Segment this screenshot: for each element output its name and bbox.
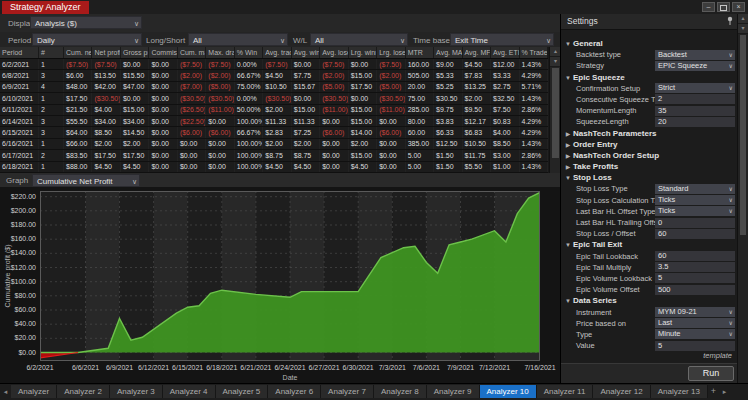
- tab-analyzer-12[interactable]: Analyzer 12: [593, 385, 650, 398]
- setting-input[interactable]: 500: [655, 285, 735, 295]
- tab-analyzer-9[interactable]: Analyzer 9: [427, 385, 480, 398]
- template-link[interactable]: template: [703, 351, 732, 360]
- settings-section[interactable]: ▶NashTech Order Setup: [563, 150, 737, 161]
- table-row[interactable]: 6/18/20211$88.00$4.50$4.50$0.00$0.00$0.0…: [0, 161, 548, 172]
- table-row[interactable]: 6/10/20211$17.50($30.50)$0.00$0.00($30.5…: [0, 93, 548, 104]
- settings-section[interactable]: ▶NashTech Parameters: [563, 128, 737, 139]
- setting-input[interactable]: 0: [655, 218, 735, 228]
- column-header[interactable]: Lrg. winn: [348, 47, 376, 59]
- table-cell: $0.00: [149, 115, 177, 126]
- table-cell: $15.00: [348, 104, 376, 115]
- table-row[interactable]: 6/11/20212$21.50$4.00$15.00$0.00($26.50)…: [0, 104, 548, 115]
- table-row[interactable]: 6/15/20213$64.00$8.50$14.50$0.00($6.00)(…: [0, 127, 548, 138]
- table-cell: 4.29%: [519, 115, 548, 126]
- setting-dropdown[interactable]: Backtest∨: [655, 50, 735, 60]
- longshort-dropdown[interactable]: All∨: [188, 33, 288, 46]
- tab-analyzer-11[interactable]: Analyzer 11: [537, 385, 594, 398]
- column-header[interactable]: Net profit: [92, 47, 120, 59]
- tab-analyzer-7[interactable]: Analyzer 7: [321, 385, 374, 398]
- table-cell: ($6.00): [206, 127, 234, 138]
- setting-input[interactable]: 20: [655, 117, 735, 127]
- tab-analyzer-4[interactable]: Analyzer 4: [163, 385, 216, 398]
- setting-dropdown[interactable]: Last∨: [655, 318, 735, 328]
- tab-analyzer[interactable]: Analyzer: [11, 385, 57, 398]
- tab-analyzer-8[interactable]: Analyzer 8: [374, 385, 427, 398]
- setting-dropdown[interactable]: EPIC Squeeze∨: [655, 61, 735, 71]
- settings-section[interactable]: ▼Data Series: [563, 295, 737, 306]
- table-row[interactable]: 6/9/20214$48.00$42.00$47.00$0.00($7.00)(…: [0, 81, 548, 92]
- scroll-up-icon[interactable]: ▴: [738, 14, 748, 24]
- settings-section[interactable]: ▼Epic Tail Exit: [563, 239, 737, 250]
- column-header[interactable]: Period: [0, 47, 39, 59]
- tab-scroll-left-icon[interactable]: ◂: [0, 385, 11, 398]
- setting-row: StrategyEPIC Squeeze∨: [563, 60, 737, 71]
- tab-analyzer-13[interactable]: Analyzer 13: [651, 385, 708, 398]
- tab-analyzer-3[interactable]: Analyzer 3: [110, 385, 163, 398]
- setting-dropdown[interactable]: Standard∨: [655, 184, 735, 194]
- column-header[interactable]: Avg. win: [291, 47, 319, 59]
- table-cell: 100.00%: [234, 161, 262, 172]
- y-tick-label: $40.00: [0, 320, 36, 327]
- column-header[interactable]: Lrg. lose: [377, 47, 405, 59]
- table-row[interactable]: 6/8/20213$6.00$13.50$15.50$0.00($2.00)($…: [0, 70, 548, 81]
- table-row[interactable]: 6/17/20212$83.50$17.50$17.50$0.00$0.00$0…: [0, 150, 548, 161]
- settings-section[interactable]: ▶Take Profits: [563, 161, 737, 172]
- settings-section[interactable]: ▼Stop Loss: [563, 172, 737, 183]
- setting-input[interactable]: 3.5: [655, 262, 735, 272]
- tab-analyzer-2[interactable]: Analyzer 2: [57, 385, 110, 398]
- chevron-down-icon: ∨: [134, 17, 139, 29]
- table-row[interactable]: 6/14/20213$55.50$34.00$34.00$0.00($22.50…: [0, 115, 548, 126]
- tab-analyzer-10[interactable]: Analyzer 10: [480, 385, 537, 398]
- column-header[interactable]: Cum. ma: [177, 47, 205, 59]
- scrollbar-thumb[interactable]: [552, 68, 559, 158]
- table-row[interactable]: 6/16/20211$66.00$2.00$2.00$0.00$0.00$0.0…: [0, 138, 548, 149]
- settings-scrollbar[interactable]: ▴ ▾: [737, 14, 748, 384]
- timebase-dropdown[interactable]: Exit Time∨: [450, 33, 554, 46]
- column-header[interactable]: % Trade: [519, 47, 548, 59]
- setting-dropdown[interactable]: Strict∨: [655, 83, 735, 93]
- setting-dropdown[interactable]: Ticks∨: [655, 195, 735, 205]
- chevron-down-icon: ∨: [280, 34, 285, 46]
- column-header[interactable]: Avg. MAI: [434, 47, 462, 59]
- column-header[interactable]: % Win: [234, 47, 262, 59]
- minimize-button[interactable]: –: [702, 2, 715, 12]
- display-dropdown[interactable]: Analysis ($)∨: [30, 16, 142, 29]
- graph-type-dropdown[interactable]: Cumulative Net Profit∨: [32, 174, 140, 187]
- setting-dropdown[interactable]: Ticks∨: [655, 206, 735, 216]
- setting-input[interactable]: 5: [655, 341, 735, 351]
- column-header[interactable]: Commiss: [149, 47, 177, 59]
- column-header[interactable]: MTR: [405, 47, 433, 59]
- scrollbar-thumb[interactable]: [740, 35, 746, 235]
- column-header[interactable]: Cum. ne: [64, 47, 92, 59]
- column-header[interactable]: Avg. MFI: [462, 47, 490, 59]
- settings-section[interactable]: ▶Order Entry: [563, 139, 737, 150]
- column-header[interactable]: Avg. lose: [320, 47, 348, 59]
- close-button[interactable]: ×: [732, 2, 745, 12]
- column-header[interactable]: Gross pr: [120, 47, 148, 59]
- column-header[interactable]: Avg. trad: [263, 47, 291, 59]
- setting-input[interactable]: 5: [655, 273, 735, 283]
- tab-analyzer-5[interactable]: Analyzer 5: [216, 385, 269, 398]
- window-title-tab[interactable]: Strategy Analyzer: [2, 1, 89, 14]
- table-row[interactable]: 6/2/20211($7.50)($7.50)$0.00$0.00($7.50)…: [0, 59, 548, 70]
- period-dropdown[interactable]: Daily∨: [32, 33, 142, 46]
- settings-section[interactable]: ▼General: [563, 38, 737, 49]
- setting-input[interactable]: 35: [655, 106, 735, 116]
- run-button[interactable]: Run: [688, 366, 734, 381]
- setting-input[interactable]: 60: [655, 251, 735, 261]
- settings-section[interactable]: ▼Epic Squeeze: [563, 72, 737, 83]
- column-header[interactable]: #: [39, 47, 64, 59]
- add-tab-icon[interactable]: +: [708, 385, 719, 398]
- setting-input[interactable]: 60: [655, 229, 735, 239]
- column-header[interactable]: Max. dra: [206, 47, 234, 59]
- tab-analyzer-6[interactable]: Analyzer 6: [268, 385, 321, 398]
- tab-scroll-right-icon[interactable]: ▸: [719, 385, 730, 398]
- scroll-down-icon[interactable]: ▾: [738, 24, 748, 34]
- pin-icon[interactable]: [726, 16, 734, 31]
- setting-input[interactable]: 2: [655, 94, 735, 104]
- wl-dropdown[interactable]: All∨: [310, 33, 408, 46]
- restore-button[interactable]: [717, 2, 730, 12]
- setting-dropdown[interactable]: Minute∨: [655, 329, 735, 339]
- column-header[interactable]: Avg. ETI: [491, 47, 519, 59]
- setting-dropdown[interactable]: MYM 09-21∨: [655, 307, 735, 317]
